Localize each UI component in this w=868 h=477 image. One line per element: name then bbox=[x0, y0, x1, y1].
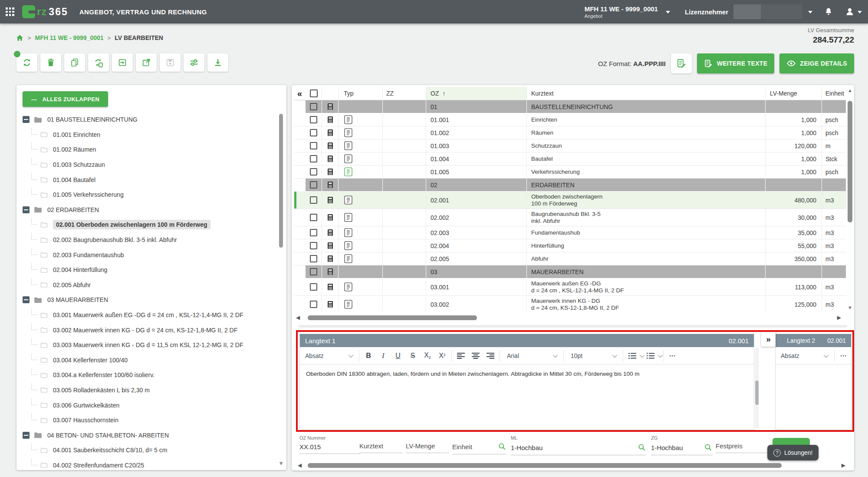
more-options-button[interactable]: ⋯ bbox=[836, 347, 851, 364]
table-row[interactable]: 03.001 Mauerwerk außen EG -DG d = 24 cm … bbox=[294, 278, 846, 296]
collapse-minus-icon[interactable] bbox=[23, 432, 30, 439]
weitere-texte-button[interactable]: WEITERE TEXTE bbox=[697, 53, 775, 73]
tree-group-item[interactable]: 01 BAUSTELLENEINRICHTUNG bbox=[20, 112, 275, 127]
column-header-lv-menge[interactable]: LV-Menge bbox=[766, 87, 822, 100]
ml-field[interactable]: ML 1-Hochbau bbox=[511, 435, 646, 455]
table-row[interactable]: 02.003 Fundamentaushub 35,000 m3 bbox=[294, 226, 846, 239]
column-header-typ[interactable]: Typ bbox=[339, 87, 383, 100]
calculator-icon[interactable] bbox=[326, 116, 334, 124]
oz-nummer-field[interactable]: OZ Nummer XX.015 bbox=[299, 435, 360, 454]
tree-item[interactable]: 02.003 Fundamentaushub bbox=[20, 247, 275, 262]
lv-menge-field[interactable]: LV-Menge bbox=[406, 442, 449, 453]
scrollbar-thumb[interactable] bbox=[279, 114, 283, 248]
table-row[interactable]: 01.002 Räumen 1,000 psch bbox=[294, 126, 846, 139]
tree-item[interactable]: 02.002 Baugrubenaushub Bkl. 3-5 inkl. Ab… bbox=[20, 232, 275, 248]
row-checkbox[interactable] bbox=[310, 301, 317, 308]
table-horizontal-scrollbar[interactable]: ◀ ▶ bbox=[296, 315, 841, 321]
row-checkbox[interactable] bbox=[310, 129, 317, 136]
help-loesungen-button[interactable]: ? Lösungen! bbox=[767, 445, 819, 460]
table-row[interactable]: 01.005 Verkehrssicherung 1,000 psch bbox=[294, 166, 846, 179]
scroll-up-icon[interactable]: ▲ bbox=[847, 88, 853, 93]
scroll-right-icon[interactable]: ▶ bbox=[837, 315, 841, 321]
row-checkbox[interactable] bbox=[310, 168, 317, 176]
kurztext-input[interactable]: Kurztext bbox=[359, 442, 403, 453]
row-checkbox[interactable] bbox=[310, 214, 317, 221]
einheit-field[interactable]: Einheit bbox=[452, 442, 506, 454]
calculator-icon[interactable] bbox=[326, 213, 334, 222]
scrollbar-thumb[interactable] bbox=[848, 101, 852, 222]
row-checkbox[interactable] bbox=[310, 255, 317, 262]
calculator-icon[interactable] bbox=[326, 129, 334, 137]
doc-type-icon[interactable] bbox=[344, 282, 353, 292]
row-checkbox[interactable] bbox=[310, 103, 317, 110]
calculator-icon[interactable] bbox=[326, 155, 334, 163]
tree-item[interactable]: 02.005 Abfuhr bbox=[20, 278, 275, 293]
row-checkbox[interactable] bbox=[310, 142, 317, 149]
tree-item[interactable]: 03.001 Mauerwerk außen EG -DG d = 24 cm … bbox=[20, 308, 275, 323]
doc-type-icon[interactable] bbox=[344, 128, 353, 137]
column-header-oz[interactable]: OZ ↑ bbox=[426, 87, 527, 100]
notifications-bell-icon[interactable] bbox=[824, 7, 833, 17]
app-grid-icon[interactable] bbox=[6, 7, 14, 16]
scrollbar-thumb[interactable] bbox=[308, 315, 477, 320]
doc-type-icon[interactable] bbox=[344, 115, 353, 124]
row-checkbox[interactable] bbox=[310, 181, 317, 189]
collapse-columns-icon[interactable]: « bbox=[297, 89, 302, 98]
scroll-down-icon[interactable]: ▼ bbox=[847, 305, 853, 310]
doc-type-icon[interactable] bbox=[344, 241, 353, 250]
calculator-icon[interactable] bbox=[326, 196, 334, 204]
tree-group-item[interactable]: 04 BETON- UND STAHLBETON- ARBEITEN bbox=[20, 427, 275, 443]
strikethrough-button[interactable]: S bbox=[405, 347, 420, 364]
table-row[interactable]: 01.004 Bautafel 1,000 Stck bbox=[294, 152, 846, 166]
collapse-minus-icon[interactable] bbox=[23, 116, 30, 123]
tree-item[interactable]: 02.004 Hinterfüllung bbox=[20, 262, 275, 278]
row-checkbox[interactable] bbox=[310, 155, 317, 162]
tree-item[interactable]: 03.004.a Kellerfenster 100/60 isolierv. bbox=[20, 368, 275, 383]
delete-button[interactable] bbox=[40, 53, 61, 72]
tree-item[interactable]: 01.001 Einrichten bbox=[20, 127, 275, 142]
table-row[interactable]: 02.002 Baugrubenaushub Bkl. 3-5 inkl. Ab… bbox=[294, 209, 846, 226]
tree-group-item[interactable]: 02 ERDARBEITEN bbox=[20, 202, 275, 218]
oz-nummer-input[interactable]: XX.015 bbox=[299, 443, 360, 454]
row-checkbox[interactable] bbox=[310, 268, 317, 275]
select-all-checkbox[interactable] bbox=[310, 89, 318, 97]
scroll-right-icon[interactable]: ▶ bbox=[842, 462, 845, 468]
editor-scrollbar[interactable] bbox=[755, 348, 759, 428]
calculator-icon[interactable] bbox=[326, 255, 334, 263]
font-family-select[interactable]: Arial bbox=[502, 347, 562, 364]
bold-button[interactable]: B bbox=[361, 347, 376, 364]
festpreis-field[interactable]: Festpreis bbox=[716, 442, 770, 453]
scroll-left-icon[interactable]: ◀ bbox=[296, 315, 300, 321]
zg-field[interactable]: ZG 1-Hochbau bbox=[651, 435, 713, 455]
tree-group-item[interactable]: 03 MAUERARBEITEN bbox=[20, 292, 275, 308]
lv-menge-input[interactable]: LV-Menge bbox=[406, 442, 449, 453]
settings-sliders-button[interactable] bbox=[184, 53, 204, 72]
row-checkbox[interactable] bbox=[310, 242, 317, 249]
calculator-icon[interactable] bbox=[326, 283, 334, 291]
tree-item[interactable]: 03.006 Gurtwickelkästen bbox=[20, 398, 275, 413]
doc-type-icon[interactable] bbox=[344, 154, 353, 163]
search-icon[interactable] bbox=[638, 443, 646, 452]
search-icon[interactable] bbox=[704, 443, 713, 452]
row-checkbox[interactable] bbox=[310, 196, 317, 204]
tree-item[interactable]: 04.001 Sauberkeitsschicht C8/10, d= 5 cm bbox=[20, 443, 275, 458]
user-account-icon[interactable] bbox=[845, 7, 862, 17]
tree-scrollbar[interactable] bbox=[279, 114, 283, 458]
sync-copy-button[interactable] bbox=[88, 53, 109, 72]
doc-type-icon[interactable] bbox=[344, 195, 353, 205]
expand-langtext2-button[interactable]: » bbox=[761, 332, 776, 347]
paragraph-style-select[interactable]: Absatz bbox=[776, 347, 832, 364]
align-center-button[interactable] bbox=[468, 347, 483, 364]
superscript-button[interactable]: X2 bbox=[435, 347, 450, 364]
column-header-kurztext[interactable]: Kurztext bbox=[527, 87, 766, 100]
download-button[interactable] bbox=[207, 53, 228, 72]
home-icon[interactable] bbox=[16, 34, 24, 42]
tree-item[interactable]: 03.007 Hausschornstein bbox=[20, 413, 275, 428]
table-vertical-scrollbar[interactable]: ▲ ▼ bbox=[847, 88, 853, 310]
langtext2-content[interactable] bbox=[776, 364, 851, 375]
kurztext-field[interactable]: Kurztext bbox=[359, 442, 403, 453]
table-row[interactable]: 02.005 Abfuhr 350,000 m3 bbox=[294, 252, 846, 265]
zeige-details-button[interactable]: ZEIGE DETAILS bbox=[779, 53, 854, 73]
calculator-icon[interactable] bbox=[326, 300, 334, 308]
subscript-button[interactable]: X2 bbox=[420, 347, 435, 364]
